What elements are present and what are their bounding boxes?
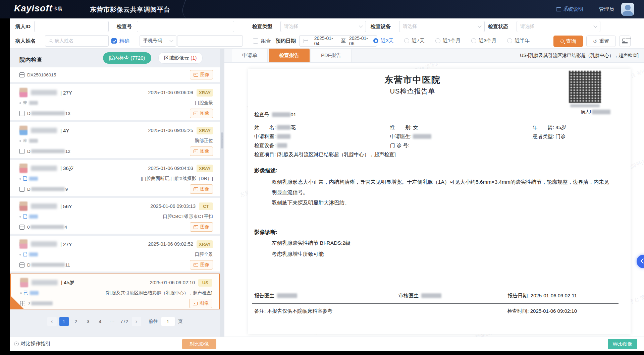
search-button[interactable]: 查询 [553,36,583,47]
tab-region-cloud[interactable]: 区域影像云 (1) [158,52,203,64]
date-range-input[interactable]: 2025-01-04 至 2025-01-06 [299,35,377,47]
phone-input[interactable] [177,35,243,47]
read-status-text: 未 [23,138,28,144]
panel-divider[interactable] [220,49,224,337]
divider-handle[interactable] [221,132,223,149]
next-page-button[interactable]: › [132,317,141,326]
image-button-label: 图像 [200,148,209,154]
quick-range-option[interactable]: 近3个月 [471,38,496,44]
study-id: D11 [27,262,70,268]
exam-list-item[interactable]: | 27Y 2025-01-06 09:02:52 XRAY 已 口腔全景 D1… [10,236,220,272]
patient-type-label: 患者类型: [533,133,554,139]
current-user-label: 管理员 [599,6,614,12]
study-icon [19,72,24,77]
page-button[interactable]: 3 [84,317,93,326]
search-icon [560,40,564,43]
image-button[interactable]: 图像 [190,222,213,232]
quick-range-option[interactable]: 近7天 [404,38,424,44]
goto-page-input[interactable] [161,317,175,326]
app-root: Kayisoft卡易 东营市影像云共享调阅平台 系统说明 管理员 病人ID 检查… [0,0,644,355]
compare-images-button[interactable]: 对比影像 [182,339,216,349]
image-button[interactable]: 图像 [190,260,213,270]
web-image-button[interactable]: Web图像 [608,339,637,349]
exam-type-select[interactable]: 请选择 [280,21,366,32]
image-button[interactable]: 图像 [190,109,213,118]
redacted-text [29,177,38,181]
status-select[interactable]: 请选择 [517,21,600,32]
study-id-prefix: D [27,262,31,268]
exam-list-item-partial[interactable]: DX250106015 图像 [10,67,220,82]
compare-guide-link[interactable]: 对比操作指引 [14,341,51,347]
tab-exam-report[interactable]: 检查报告 [269,49,310,62]
study-id: 04 [27,225,67,230]
tab-inhospital-count: (7720) [130,55,145,61]
exam-description: [乳腺及其引流区淋巴结彩超（乳腺中心），超声检查] [106,290,212,296]
exam-list-item[interactable]: | 4Y 2025-01-06 09:05:25 XRAY 未 胸部正位 D12… [10,122,220,158]
system-help-label: 系统说明 [563,6,583,12]
phone-select[interactable]: 手机号码 [140,35,176,47]
exam-list-item[interactable]: | 45岁 2025-01-06 09:02:10 US 已 [乳腺及其引流区淋… [10,274,220,309]
patient-age: | 36岁 [60,165,74,172]
patient-avatar [20,278,28,287]
study-id-suffix: 4 [65,225,67,230]
exam-time-value: 2025-01-06 09:02:10 [530,308,577,314]
exam-list: DX250106015 图像 | 27Y 2025-01-06 09:06:09… [10,67,220,311]
redacted-text [272,112,290,117]
patient-avatar [19,239,28,249]
tab-application-form[interactable]: 申请单 [232,49,268,62]
page-title: 东营市影像云共享调阅平台 [90,5,170,14]
tab-pdf-report[interactable]: PDF报告 [311,49,352,62]
phone-label: 手机号码 [143,38,168,44]
report-footer-row: 报告医生: 审核医生: 报告日期: 2025-01-06 09:02:11 [254,293,617,299]
page-button[interactable]: 2 [71,317,81,326]
person-icon [49,39,53,43]
modality-badge: XRAY [197,127,213,134]
view-toggle-button[interactable] [619,36,631,47]
page-button[interactable]: 1 [59,317,69,326]
image-button-label: 图像 [200,110,209,116]
dept-label: 申请科室: [254,133,276,139]
age-value: 45岁 [555,124,566,130]
qr-caption-text: 病人I [581,109,591,115]
combo-checkbox[interactable] [253,38,258,44]
quick-range-option[interactable]: 近1个月 [435,38,461,44]
image-button-label: 图像 [200,72,209,78]
device-select[interactable]: 请选择 [399,21,485,32]
tab-region-count: (1) [191,55,197,61]
image-button[interactable]: 图像 [190,70,213,79]
patient-name-input[interactable]: 病人姓名 [45,35,109,47]
redacted-text [31,225,64,229]
patient-id-input[interactable] [34,21,109,32]
page-button[interactable]: 4 [96,317,105,326]
user-avatar[interactable] [621,3,634,16]
quick-range-option[interactable]: 近3天 [373,38,393,44]
status-placeholder: 请选择 [520,23,592,29]
image-button[interactable]: 图像 [190,146,213,156]
tab-region-label: 区域影像云 [164,55,189,61]
exam-list-item[interactable]: | 27Y 2025-01-06 09:06:09 XRAY 未 口腔全景 D1… [10,84,220,120]
patient-name-redacted [31,128,57,133]
system-help-link[interactable]: 系统说明 [556,6,583,12]
patient-age: | 27Y [60,90,72,96]
quick-range-option[interactable]: 近半年 [507,38,530,44]
page-button[interactable]: 772 [120,317,129,326]
redacted-text [29,139,38,143]
study-id-prefix: D [27,149,31,154]
exam-list-item[interactable]: | 56Y 2025-01-06 09:03:13 CT 已 口腔CBCT锥形束… [10,198,220,234]
top-navbar: Kayisoft卡易 东营市影像云共享调阅平台 系统说明 管理员 [0,0,644,18]
image-button[interactable]: 图像 [189,299,212,308]
redacted-text [31,111,65,115]
image-button[interactable]: 图像 [190,184,213,194]
goto-label: 前往 [149,318,158,324]
exact-checkbox[interactable] [111,38,117,44]
qr-code [569,71,601,103]
name-label: 姓 名: [254,124,276,130]
exam-list-item[interactable]: | 36岁 2025-01-06 09:04:03 XRAY 已 [口腔曲面断层… [10,160,220,196]
study-id-prefix: D [27,187,31,192]
combo-label: 组合 [261,35,271,47]
redacted-text [413,134,431,139]
tab-inhospital[interactable]: 院内检查 (7720) [103,52,151,64]
prev-page-button[interactable]: ‹ [47,317,57,326]
reset-button[interactable]: ↺重置 [586,36,616,47]
exam-no-input[interactable] [137,21,234,32]
